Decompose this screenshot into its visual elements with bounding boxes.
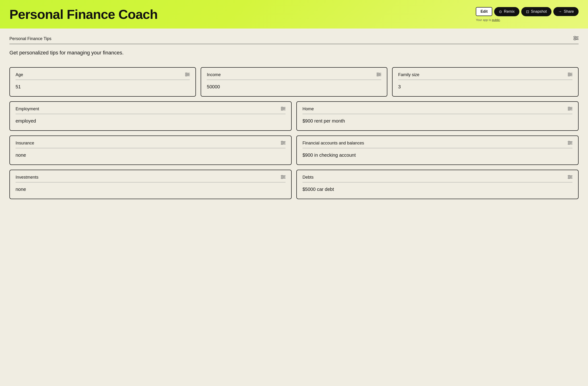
income-card: Income 50000 (201, 67, 387, 97)
investments-filter-icon[interactable] (281, 175, 286, 180)
svg-point-5 (574, 39, 575, 40)
employment-filter-icon[interactable] (281, 107, 286, 111)
svg-point-35 (568, 109, 570, 111)
employment-card-header: Employment (16, 106, 286, 114)
svg-point-47 (568, 143, 570, 145)
svg-point-41 (281, 143, 283, 145)
header-actions: Edit ⊙ Remix ⊡ Snapshot → Share Your app… (476, 7, 579, 22)
svg-point-58 (570, 176, 571, 178)
edit-button[interactable]: Edit (476, 7, 492, 16)
insurance-filter-icon[interactable] (281, 141, 286, 146)
svg-point-59 (568, 178, 570, 179)
home-card-header: Home (302, 106, 572, 114)
income-label: Income (207, 72, 221, 77)
investments-card-header: Investments (16, 175, 286, 183)
app-title: Personal Finance Coach (9, 7, 157, 22)
svg-point-33 (568, 107, 570, 108)
family-size-label: Family size (398, 72, 420, 77)
svg-point-53 (281, 178, 283, 179)
financial-accounts-card: Financial accounts and balances $900 in … (296, 136, 579, 165)
debts-filter-icon[interactable] (568, 175, 572, 180)
debts-label: Debts (302, 175, 314, 180)
home-filter-icon[interactable] (568, 107, 572, 111)
share-icon: → (558, 9, 562, 14)
svg-point-22 (570, 74, 571, 75)
svg-point-40 (283, 142, 285, 143)
debts-value: $5000 car debt (302, 187, 572, 192)
svg-point-45 (568, 141, 570, 142)
row3-cards: Insurance none Financial accounts and ba… (9, 136, 579, 165)
investments-card: Investments none (9, 170, 292, 199)
insurance-card: Insurance none (9, 136, 292, 165)
svg-point-16 (379, 74, 380, 75)
financial-accounts-value: $900 in checking account (302, 152, 572, 158)
debts-card: Debts $5000 car debt (296, 170, 579, 199)
svg-point-21 (568, 73, 569, 74)
employment-label: Employment (16, 106, 39, 111)
svg-point-4 (576, 38, 577, 39)
age-card-header: Age (16, 72, 190, 80)
age-filter-icon[interactable] (185, 73, 190, 77)
financial-accounts-filter-icon[interactable] (568, 141, 572, 146)
svg-point-52 (283, 176, 285, 178)
investments-label: Investments (16, 175, 39, 180)
svg-point-11 (186, 75, 187, 76)
svg-point-57 (568, 175, 570, 176)
row2-cards: Employment employed Home (9, 101, 579, 131)
svg-point-3 (574, 36, 575, 38)
family-size-filter-icon[interactable] (568, 73, 572, 77)
svg-point-46 (570, 142, 571, 143)
financial-accounts-label: Financial accounts and balances (302, 141, 364, 146)
svg-point-23 (568, 75, 569, 76)
section-filter-icon[interactable] (573, 36, 579, 41)
income-value: 50000 (207, 84, 381, 90)
header-buttons: Edit ⊙ Remix ⊡ Snapshot → Share (476, 7, 579, 16)
family-size-value: 3 (398, 84, 572, 90)
insurance-value: none (16, 152, 286, 158)
employment-card: Employment employed (9, 101, 292, 131)
age-label: Age (16, 72, 23, 77)
investments-value: none (16, 187, 286, 192)
svg-point-10 (188, 74, 189, 75)
income-filter-icon[interactable] (377, 73, 381, 77)
svg-point-15 (377, 73, 378, 74)
top-cards-row: Age 51 Income (9, 67, 579, 97)
family-size-card: Family size 3 (392, 67, 579, 97)
age-card: Age 51 (9, 67, 196, 97)
debts-card-header: Debts (302, 175, 572, 183)
svg-point-17 (377, 75, 378, 76)
age-value: 51 (16, 84, 190, 90)
svg-point-27 (281, 107, 283, 108)
svg-point-9 (186, 73, 187, 74)
svg-point-29 (281, 109, 283, 111)
financial-accounts-header: Financial accounts and balances (302, 141, 572, 148)
home-card: Home $900 rent per month (296, 101, 579, 131)
section-description: Get personalized tips for managing your … (9, 50, 579, 56)
row4-cards: Investments none Debts (9, 170, 579, 199)
public-status: Your app is public. (476, 18, 501, 22)
svg-point-28 (283, 108, 285, 109)
insurance-card-header: Insurance (16, 141, 286, 148)
insurance-label: Insurance (16, 141, 34, 146)
employment-value: employed (16, 118, 286, 124)
home-label: Home (302, 106, 314, 111)
main-content: Personal Finance Tips Get personalized t… (0, 28, 588, 211)
section-title: Personal Finance Tips (9, 36, 51, 41)
snapshot-button[interactable]: ⊡ Snapshot (521, 7, 552, 16)
family-size-card-header: Family size (398, 72, 572, 80)
share-button[interactable]: → Share (553, 7, 579, 16)
svg-point-51 (281, 175, 283, 176)
svg-point-34 (570, 108, 571, 109)
income-card-header: Income (207, 72, 381, 80)
app-header: Personal Finance Coach Edit ⊙ Remix ⊡ Sn… (0, 0, 588, 28)
remix-button[interactable]: ⊙ Remix (494, 7, 519, 16)
home-value: $900 rent per month (302, 118, 572, 124)
camera-icon: ⊡ (526, 9, 529, 14)
public-link[interactable]: public (492, 18, 500, 22)
section-title-bar: Personal Finance Tips (9, 36, 579, 44)
svg-point-39 (281, 141, 283, 142)
remix-icon: ⊙ (499, 9, 502, 14)
